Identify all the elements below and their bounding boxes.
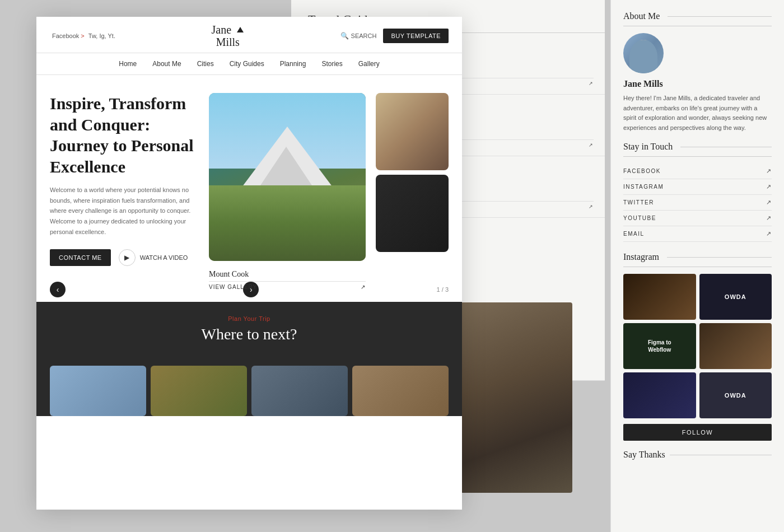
author-avatar	[623, 33, 664, 73]
nav-city-guides[interactable]: City Guides	[230, 60, 264, 68]
instagram-section-title: Instagram	[623, 252, 772, 267]
avatar-figure	[629, 40, 657, 73]
contact-button[interactable]: CONTACT ME	[50, 249, 111, 266]
instagram-post-4[interactable]	[699, 323, 772, 369]
right-sidebar: About Me Jane Mills Hey there! I'm Jane …	[610, 0, 784, 532]
hero-actions: CONTACT ME ▶ WATCH A VIDEO	[50, 249, 195, 266]
other-social-links[interactable]: Tw, Ig, Yt.	[88, 32, 115, 39]
bottom-img-4	[352, 366, 449, 416]
header-actions: 🔍 SEARCH BUY TEMPLATE	[340, 29, 449, 43]
youtube-label: YOUTUBE	[623, 215, 656, 221]
instagram-post-1[interactable]	[623, 274, 696, 320]
twitter-link[interactable]: TWITTER	[623, 195, 772, 211]
instagram-label: INSTAGRAM	[623, 184, 664, 190]
main-website-window: Facebook > Tw, Ig, Yt. Jane Mills 🔍 SEAR	[36, 17, 462, 510]
email-label: EMAIL	[623, 231, 645, 237]
author-bio: Hey there! I'm Jane Mills, a dedicated t…	[623, 94, 772, 133]
plan-trip-label: Plan Your Trip	[50, 315, 449, 322]
say-thanks-title: Say Thanks	[623, 450, 772, 460]
instagram-post-5[interactable]	[623, 372, 696, 418]
hero-description: Welcome to a world where your potential …	[50, 185, 195, 237]
about-me-section-title: About Me	[623, 11, 772, 26]
bottom-img-1	[50, 366, 146, 416]
carousel-count: 1 / 3	[437, 286, 449, 293]
nav-stories[interactable]: Stories	[321, 60, 342, 68]
nav-planning[interactable]: Planning	[280, 60, 306, 68]
instagram-link[interactable]: INSTAGRAM	[623, 179, 772, 195]
search-label: SEARCH	[351, 32, 377, 39]
logo-mountain-icon	[236, 26, 244, 34]
gallery-area: Mount Cook VIEW GALLERY	[209, 93, 449, 266]
view-gallery-link[interactable]: VIEW GALLERY	[209, 281, 366, 290]
nav-cities[interactable]: Cities	[197, 60, 214, 68]
site-nav: Home About Me Cities City Guides Plannin…	[36, 53, 462, 75]
bottom-image-strip	[36, 357, 462, 416]
mountain-base	[209, 185, 366, 261]
instagram-post-3[interactable]: Figma toWebflow	[623, 323, 696, 369]
search-icon: 🔍	[340, 32, 349, 40]
search-button[interactable]: 🔍 SEARCH	[340, 32, 377, 40]
header-social: Facebook > Tw, Ig, Yt.	[50, 32, 115, 39]
follow-button[interactable]: FOLLOW	[623, 424, 772, 441]
dark-section: Plan Your Trip Where to next?	[36, 302, 462, 357]
nav-home[interactable]: Home	[119, 60, 137, 68]
header-top: Facebook > Tw, Ig, Yt. Jane Mills 🔍 SEAR	[50, 17, 449, 53]
twitter-label: TWITTER	[623, 199, 654, 206]
play-icon: ▶	[119, 249, 136, 266]
site-logo: Jane Mills	[212, 24, 245, 48]
nav-gallery[interactable]: Gallery	[358, 60, 380, 68]
collage-photo	[460, 302, 572, 493]
hero-text: Inspire, Transform and Conquer: Journey …	[50, 93, 195, 266]
instagram-post-2[interactable]: OWDA	[699, 274, 772, 320]
buy-template-button[interactable]: BUY TEMPLATE	[383, 29, 449, 43]
hero-section: Inspire, Transform and Conquer: Journey …	[36, 75, 462, 277]
bottom-img-2	[151, 366, 247, 416]
instagram-post-2-label: OWDA	[725, 293, 746, 300]
instagram-post-6[interactable]: OWDA	[699, 372, 772, 418]
gallery-side-top-image	[376, 93, 449, 170]
gallery-side-images	[376, 93, 449, 252]
instagram-post-3-label: Figma toWebflow	[648, 339, 671, 353]
author-name: Jane Mills	[623, 79, 772, 89]
stay-in-touch-title: Stay in Touch	[623, 142, 772, 157]
youtube-link[interactable]: YOUTUBE	[623, 211, 772, 226]
where-next-title: Where to next?	[50, 325, 449, 343]
facebook-label: FACEBOOK	[623, 168, 661, 174]
gallery-location-name: Mount Cook	[209, 265, 366, 281]
bottom-img-3	[251, 366, 348, 416]
gallery-side-bottom-image	[376, 175, 449, 252]
carousel-prev-button[interactable]: ‹	[50, 282, 66, 297]
facebook-link[interactable]: FACEBOOK	[623, 164, 772, 179]
instagram-grid: OWDA Figma toWebflow OWDA	[623, 274, 772, 418]
gallery-caption-area: Mount Cook VIEW GALLERY	[209, 265, 366, 290]
nav-about[interactable]: About Me	[152, 60, 181, 68]
instagram-post-6-label: OWDA	[725, 392, 746, 399]
email-link[interactable]: EMAIL	[623, 226, 772, 242]
facebook-social-link[interactable]: Facebook	[52, 32, 79, 39]
gallery-main-image	[209, 93, 366, 261]
site-header: Facebook > Tw, Ig, Yt. Jane Mills 🔍 SEAR	[36, 17, 462, 53]
watch-label: WATCH A VIDEO	[140, 254, 188, 261]
logo-text: Jane Mills	[212, 24, 245, 48]
watch-video-button[interactable]: ▶ WATCH A VIDEO	[119, 249, 188, 266]
hero-title: Inspire, Transform and Conquer: Journey …	[50, 93, 195, 177]
